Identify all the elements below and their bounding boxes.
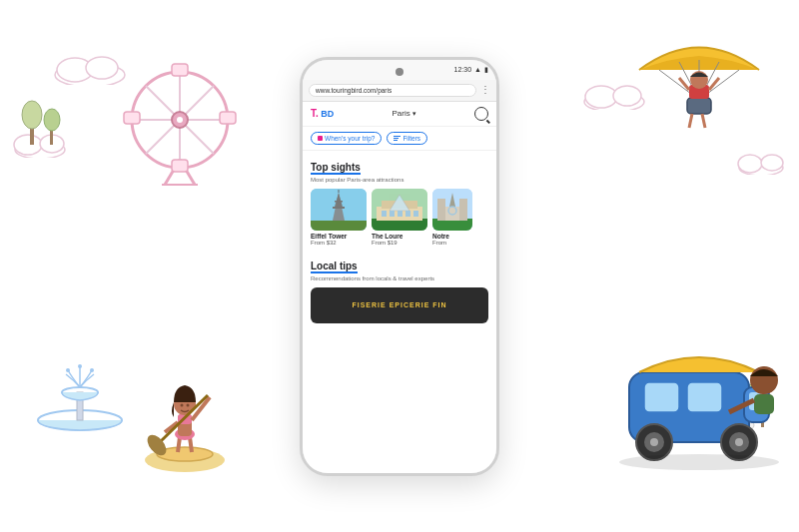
local-tips-title: Local tips bbox=[311, 261, 358, 273]
filter-lines-icon bbox=[394, 136, 400, 141]
when-trip-label: When's your trip? bbox=[325, 135, 375, 142]
filters-chip[interactable]: Filters bbox=[387, 132, 427, 145]
filter-row: When's your trip? Filters bbox=[303, 127, 496, 151]
svg-point-74 bbox=[619, 454, 779, 470]
location-label: Paris bbox=[393, 109, 410, 118]
phone-camera bbox=[396, 68, 403, 76]
notre-dame-name: Notre bbox=[432, 233, 472, 240]
fountain-illustration bbox=[30, 352, 130, 432]
status-time: 12:30 bbox=[454, 66, 472, 73]
svg-rect-33 bbox=[220, 112, 236, 124]
svg-point-31 bbox=[177, 117, 183, 123]
paraglider-illustration bbox=[629, 20, 769, 130]
top-sights-section: Top sights Most popular Paris-area attra… bbox=[311, 157, 488, 246]
svg-rect-72 bbox=[754, 394, 774, 414]
svg-point-70 bbox=[735, 438, 743, 446]
louvre-price: From $19 bbox=[372, 240, 427, 246]
svg-point-15 bbox=[66, 368, 70, 372]
louvre-card[interactable]: The Loure From $19 bbox=[372, 189, 427, 246]
svg-point-16 bbox=[90, 368, 94, 372]
battery-icon: ▮ bbox=[484, 66, 488, 74]
svg-point-21 bbox=[44, 109, 60, 131]
wifi-icon: ▲ bbox=[474, 66, 481, 73]
attractions-cards-row: Eiffel Tower From $32 bbox=[311, 189, 488, 246]
svg-line-38 bbox=[178, 437, 180, 452]
filters-label: Filters bbox=[402, 135, 420, 142]
svg-point-45 bbox=[187, 404, 190, 407]
logo-t: T. bbox=[311, 108, 319, 119]
tuktuk-illustration bbox=[609, 322, 789, 482]
svg-rect-101 bbox=[398, 211, 402, 217]
svg-point-10 bbox=[738, 155, 762, 173]
svg-rect-107 bbox=[437, 199, 445, 221]
app-logo: T. BD bbox=[311, 108, 334, 119]
notre-dame-card[interactable]: Notre From bbox=[432, 189, 472, 246]
location-dropdown-icon[interactable]: ▾ bbox=[412, 110, 416, 118]
woman-paddleboard-illustration bbox=[130, 342, 240, 472]
trees-left bbox=[20, 80, 70, 150]
app-location: Paris ▾ bbox=[393, 109, 416, 118]
svg-rect-91 bbox=[333, 207, 345, 209]
svg-rect-62 bbox=[687, 382, 722, 412]
svg-rect-88 bbox=[311, 221, 367, 231]
svg-point-7 bbox=[585, 86, 617, 108]
phone-screen: www.touringbird.com/paris ⋮ T. BD Paris … bbox=[303, 80, 496, 473]
svg-rect-35 bbox=[124, 112, 140, 124]
svg-rect-32 bbox=[172, 64, 188, 76]
cloud-4 bbox=[734, 150, 789, 175]
app-main-content: Top sights Most popular Paris-area attra… bbox=[303, 151, 496, 473]
local-tips-section: Local tips Recommendations from locals &… bbox=[311, 256, 488, 323]
eiffel-tower-image bbox=[311, 189, 367, 231]
svg-point-44 bbox=[181, 404, 184, 407]
svg-point-2 bbox=[86, 57, 118, 79]
svg-point-20 bbox=[22, 101, 42, 129]
svg-rect-80 bbox=[687, 98, 711, 114]
app-header: T. BD Paris ▾ bbox=[303, 102, 496, 127]
louvre-image bbox=[372, 189, 427, 231]
search-button[interactable] bbox=[474, 107, 488, 121]
local-tips-image[interactable]: FISERIE EPICERIE FIN bbox=[311, 287, 488, 323]
top-sights-subtitle: Most popular Paris-area attractions bbox=[311, 177, 488, 183]
svg-point-17 bbox=[78, 364, 82, 368]
shop-sign-text: FISERIE EPICERIE FIN bbox=[352, 301, 446, 308]
calendar-icon bbox=[318, 136, 323, 141]
local-tips-subtitle: Recommendations from locals & travel exp… bbox=[311, 275, 488, 281]
when-trip-chip[interactable]: When's your trip? bbox=[311, 132, 382, 145]
svg-rect-102 bbox=[405, 211, 410, 217]
eiffel-tower-name: Eiffel Tower bbox=[311, 233, 367, 240]
svg-rect-103 bbox=[413, 211, 418, 217]
svg-line-82 bbox=[702, 114, 705, 128]
svg-rect-99 bbox=[382, 211, 387, 217]
eiffel-tower-card[interactable]: Eiffel Tower From $32 bbox=[311, 189, 367, 246]
svg-point-67 bbox=[650, 438, 658, 446]
louvre-name: The Loure bbox=[372, 233, 427, 240]
svg-rect-108 bbox=[459, 199, 467, 221]
eiffel-tower-price: From $32 bbox=[311, 240, 367, 246]
ferris-wheel-illustration bbox=[120, 60, 240, 190]
url-bar[interactable]: www.touringbird.com/paris bbox=[309, 84, 476, 97]
svg-rect-100 bbox=[390, 211, 395, 217]
svg-rect-92 bbox=[335, 201, 343, 203]
top-sights-title: Top sights bbox=[311, 162, 361, 175]
svg-point-11 bbox=[761, 155, 783, 171]
notre-dame-price: From bbox=[432, 240, 472, 246]
logo-bd: BD bbox=[321, 109, 334, 119]
svg-line-39 bbox=[190, 437, 192, 452]
browser-menu-icon[interactable]: ⋮ bbox=[480, 85, 490, 95]
phone-device: 12:30 ▲ ▮ www.touringbird.com/paris ⋮ T.… bbox=[300, 57, 499, 476]
notre-dame-image bbox=[432, 189, 472, 231]
svg-rect-61 bbox=[644, 382, 679, 412]
browser-chrome: www.touringbird.com/paris ⋮ bbox=[303, 80, 496, 102]
phone-outer-shell: 12:30 ▲ ▮ www.touringbird.com/paris ⋮ T.… bbox=[300, 57, 499, 476]
svg-rect-34 bbox=[172, 160, 188, 172]
svg-line-81 bbox=[689, 114, 692, 128]
